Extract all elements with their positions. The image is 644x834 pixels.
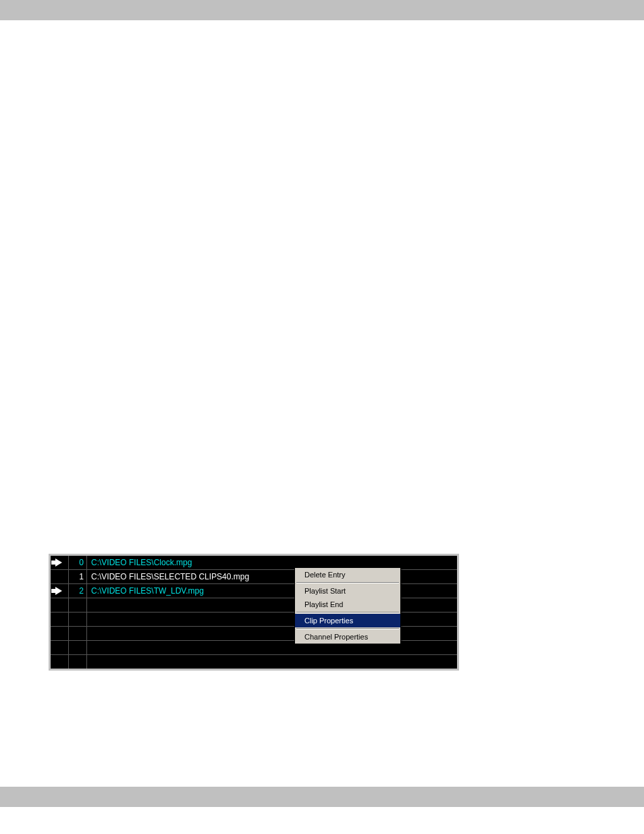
current-indicator xyxy=(51,556,69,569)
row-index: 0 xyxy=(69,556,87,569)
row-path: C:\VIDEO FILES\TW_LDV.mpg xyxy=(87,584,457,598)
menu-playlist-start[interactable]: Playlist Start xyxy=(295,584,400,598)
menu-clip-properties[interactable]: Clip Properties xyxy=(295,614,400,627)
menu-separator xyxy=(296,582,399,583)
menu-separator xyxy=(296,612,399,613)
page: 0 C:\VIDEO FILES\Clock.mpg 1 C:\VIDEO FI… xyxy=(0,0,644,834)
menu-delete-entry[interactable]: Delete Entry xyxy=(295,568,400,581)
menu-separator xyxy=(296,628,399,629)
context-menu: Delete Entry Playlist Start Playlist End… xyxy=(294,567,401,644)
current-indicator xyxy=(51,570,69,583)
menu-playlist-end[interactable]: Playlist End xyxy=(295,598,400,611)
menu-channel-properties[interactable]: Channel Properties xyxy=(295,630,400,644)
top-bar xyxy=(0,0,644,20)
bottom-bar xyxy=(0,787,644,807)
current-indicator xyxy=(51,584,69,598)
row-index: 2 xyxy=(69,584,87,598)
playlist-row-empty[interactable] xyxy=(51,655,457,669)
row-index: 1 xyxy=(69,570,87,583)
row-path: C:\VIDEO FILES\Clock.mpg xyxy=(87,556,457,569)
row-path: C:\VIDEO FILES\SELECTED CLIPS40.mpg xyxy=(87,570,457,583)
